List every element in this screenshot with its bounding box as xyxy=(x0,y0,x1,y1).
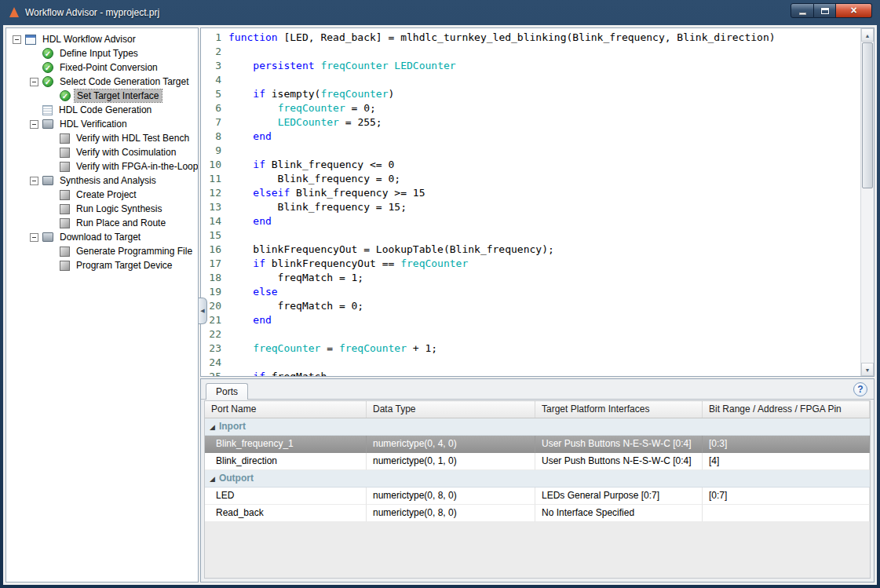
maximize-button[interactable] xyxy=(814,3,836,18)
check-circle-icon xyxy=(42,62,53,73)
code-line: 25 if freqMatch xyxy=(201,370,860,377)
code-line: 16 blinkFrequencyOut = LookupTable(Blink… xyxy=(201,243,860,257)
code-text: Blink_frequency = 15; xyxy=(228,200,407,214)
table-cell: numerictype(0, 4, 0) xyxy=(367,436,535,453)
line-number: 7 xyxy=(201,115,221,130)
code-line: 19 else xyxy=(201,285,860,299)
tree-expander-icon[interactable] xyxy=(30,120,38,129)
code-line: 11 Blink_frequency = 0; xyxy=(201,172,860,186)
tree-item-program-target-device[interactable]: Program Target Device xyxy=(6,258,198,272)
tree-item-define-input-types[interactable]: Define Input Types xyxy=(6,46,198,60)
tree-expander-icon[interactable] xyxy=(30,233,38,242)
tree-item-verify-with-hdl-test-bench[interactable]: Verify with HDL Test Bench xyxy=(6,131,198,145)
column-header-data-type[interactable]: Data Type xyxy=(367,401,535,418)
ports-row-blink-direction[interactable]: Blink_directionnumerictype(0, 1, 0)User … xyxy=(205,453,870,470)
editor-vertical-scrollbar[interactable]: ▲ ▼ xyxy=(860,28,874,376)
group-expanded-icon[interactable]: ◢ xyxy=(210,475,215,483)
code-text: freqMatch = 0; xyxy=(228,299,363,313)
code-text: Blink_frequency = 0; xyxy=(228,172,400,186)
line-number: 10 xyxy=(201,158,221,172)
group-row-outport[interactable]: ◢Outport xyxy=(205,470,870,488)
code-line: 5 if isempty(freqCounter) xyxy=(201,87,860,101)
column-header-port-name[interactable]: Port Name xyxy=(205,401,367,418)
line-number: 4 xyxy=(201,73,221,87)
tree-item-label: Download to Target xyxy=(57,231,143,243)
ports-row-led[interactable]: LEDnumerictype(0, 8, 0)LEDs General Purp… xyxy=(205,488,870,505)
scrollbar-thumb[interactable] xyxy=(862,42,873,188)
task-icon xyxy=(60,190,70,200)
table-cell: User Push Buttons N-E-S-W-C [0:4] xyxy=(535,436,703,453)
code-line: 15 xyxy=(201,228,860,243)
group-expanded-icon[interactable]: ◢ xyxy=(210,423,215,431)
column-header-target-platform-interfaces[interactable]: Target Platform Interfaces xyxy=(535,401,703,418)
code-text: if blinkFrequencyOut == freqCounter xyxy=(228,257,468,271)
scroll-down-button[interactable]: ▼ xyxy=(861,363,874,376)
collapse-panel-button[interactable]: ◀ xyxy=(199,298,207,324)
ports-table: Port NameData TypeTarget Platform Interf… xyxy=(204,400,871,579)
tree-expander-icon[interactable] xyxy=(30,78,38,86)
tree-item-run-logic-synthesis[interactable]: Run Logic Synthesis xyxy=(6,202,198,216)
minimize-button[interactable] xyxy=(791,3,814,18)
tree-item-label: HDL Workflow Advisor xyxy=(40,33,138,46)
tree-item-verify-with-cosimulation[interactable]: Verify with Cosimulation xyxy=(6,145,198,159)
task-icon xyxy=(60,133,70,144)
tree-item-create-project[interactable]: Create Project xyxy=(6,188,198,202)
line-number: 9 xyxy=(201,144,221,158)
tree-item-verify-with-fpga-in-the-loop[interactable]: Verify with FPGA-in-the-Loop xyxy=(6,159,198,173)
task-icon xyxy=(60,148,70,158)
code-line: 22 xyxy=(201,327,860,341)
code-text: else xyxy=(228,285,278,299)
table-cell: [0:7] xyxy=(703,488,870,505)
titlebar[interactable]: Workflow Advisor - myproject.prj × xyxy=(3,0,877,25)
close-button[interactable]: × xyxy=(836,3,872,18)
tree-item-set-target-interface[interactable]: Set Target Interface xyxy=(6,89,198,103)
help-button[interactable]: ? xyxy=(853,382,867,396)
tree-item-download-to-target[interactable]: Download to Target xyxy=(6,230,198,244)
scroll-up-button[interactable]: ▲ xyxy=(861,28,874,42)
scroll-down-icon: ▼ xyxy=(865,367,871,373)
code-editor[interactable]: 1function [LED, Read_back] = mlhdlc_turn… xyxy=(200,27,875,377)
table-cell: [4] xyxy=(703,453,870,470)
tree-item-hdl-verification[interactable]: HDL Verification xyxy=(6,117,198,131)
tree-item-run-place-and-route[interactable]: Run Place and Route xyxy=(6,216,198,230)
tree-item-generate-programming-file[interactable]: Generate Programming File xyxy=(6,244,198,258)
tree-expander-icon[interactable] xyxy=(30,177,38,185)
code-text: elseif Blink_frequency >= 15 xyxy=(228,186,425,200)
matlab-app-icon xyxy=(8,6,20,19)
table-cell: [0:3] xyxy=(703,436,870,453)
table-cell: numerictype(0, 8, 0) xyxy=(367,505,535,522)
tree-item-fixed-point-conversion[interactable]: Fixed-Point Conversion xyxy=(6,60,198,75)
line-number: 2 xyxy=(201,45,221,59)
workflow-tree: HDL Workflow AdvisorDefine Input TypesFi… xyxy=(5,27,199,583)
group-row-inport[interactable]: ◢Inport xyxy=(205,418,870,436)
line-number: 24 xyxy=(201,356,221,370)
tree-item-label: Select Code Generation Target xyxy=(57,75,192,88)
tree-item-label: Verify with FPGA-in-the-Loop xyxy=(74,160,199,173)
tree-item-hdl-workflow-advisor[interactable]: HDL Workflow Advisor xyxy=(6,32,198,46)
tree-item-select-code-generation-target[interactable]: Select Code Generation Target xyxy=(6,75,198,89)
minimize-icon xyxy=(799,13,806,15)
code-line: 3 persistent freqCounter LEDCounter xyxy=(201,59,860,73)
ports-row-blink-frequency-1[interactable]: Blink_frequency_1numerictype(0, 4, 0)Use… xyxy=(205,436,870,453)
table-cell: Blink_direction xyxy=(205,453,367,470)
tree-item-synthesis-and-analysis[interactable]: Synthesis and Analysis xyxy=(6,173,198,188)
main-content: HDL Workflow AdvisorDefine Input TypesFi… xyxy=(3,25,877,585)
tree-item-label: HDL Verification xyxy=(57,118,130,130)
code-line: 2 xyxy=(201,45,860,59)
column-header-bit-range-address-fpga-pin[interactable]: Bit Range / Address / FPGA Pin xyxy=(703,401,870,418)
ports-row-read-back[interactable]: Read_backnumerictype(0, 8, 0)No Interfac… xyxy=(205,505,870,522)
tree-item-label: Verify with HDL Test Bench xyxy=(74,132,192,144)
tree-expander-icon[interactable] xyxy=(13,35,21,44)
code-text: end xyxy=(228,313,272,327)
line-number: 8 xyxy=(201,130,221,144)
tree-item-hdl-code-generation[interactable]: HDL Code Generation xyxy=(6,103,198,117)
code-line: 17 if blinkFrequencyOut == freqCounter xyxy=(201,257,860,271)
code-line: 21 end xyxy=(201,313,860,327)
window-controls: × xyxy=(791,3,872,18)
line-number: 18 xyxy=(201,271,221,285)
tree-item-label: HDL Code Generation xyxy=(57,104,154,116)
code-line: 12 elseif Blink_frequency >= 15 xyxy=(201,186,860,200)
tab-ports[interactable]: Ports xyxy=(206,383,248,400)
line-number: 25 xyxy=(201,370,221,377)
collapse-arrow-icon: ◀ xyxy=(200,308,204,314)
